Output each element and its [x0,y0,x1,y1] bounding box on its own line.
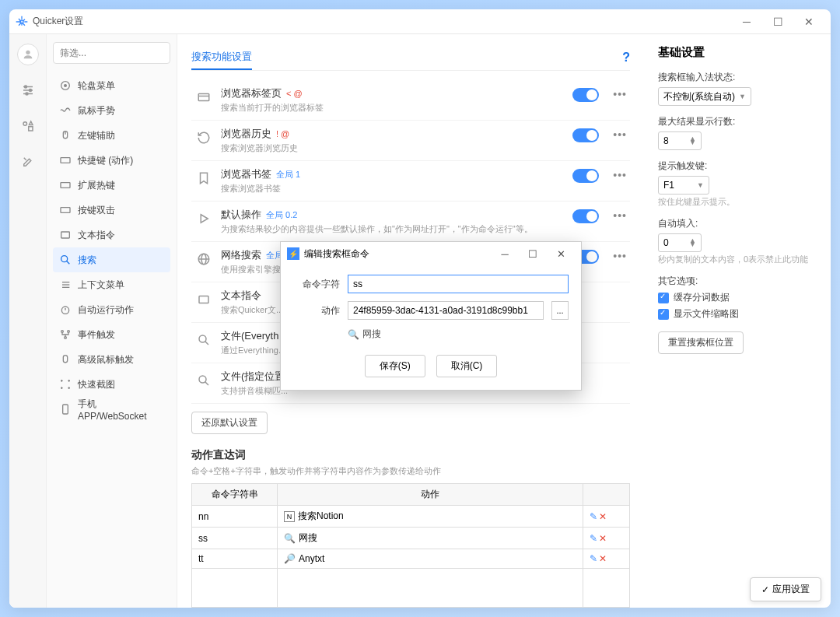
action-name-display: 🔍 网搜 [348,328,569,341]
toggle-default-action[interactable] [572,209,599,223]
delete-icon[interactable]: ✕ [599,553,607,564]
feature-default-action: 默认操作 全局 0.2 为搜索结果较少的内容提供一些默认操作，如"作为网址打开"… [191,202,630,242]
cancel-button[interactable]: 取消(C) [436,355,498,377]
nav-event-trigger[interactable]: 事件触发 [53,322,170,347]
more-icon[interactable]: ••• [613,209,627,222]
rail-avatar[interactable] [17,44,39,65]
restore-defaults-button[interactable]: 还原默认设置 [191,412,268,434]
nav-screenshot[interactable]: 快速截图 [53,372,170,397]
search-icon: 🔍 [348,329,359,340]
svg-rect-18 [61,232,70,238]
svg-rect-30 [63,405,68,414]
nav-hotkey-action[interactable]: 快捷键 (动作) [53,148,170,173]
keyboard-icon [59,179,72,191]
svg-marker-33 [201,215,208,223]
dialog-body: 命令字符 动作 ... 🔍 网搜 保存(S) 取消(C) [281,265,581,390]
checkbox-thumbnails[interactable]: 显示文件缩略图 [658,307,817,321]
delete-icon[interactable]: ✕ [599,533,607,544]
max-rows-input[interactable]: 8▲▼ [658,131,702,150]
clock-icon [59,303,72,316]
close-button[interactable]: ✕ [793,11,824,33]
nav-ext-hotkey[interactable]: 扩展热键 [53,173,170,198]
more-icon[interactable]: ••• [613,88,627,100]
help-icon[interactable]: ? [622,51,630,65]
rail-shapes-icon[interactable] [17,115,39,137]
toggle-browser-history[interactable] [572,128,599,142]
svg-point-27 [68,331,70,333]
search-icon [194,331,213,349]
ad-icon [194,290,213,309]
feature-browser-tabs: 浏览器标签页 < @ 搜索当前打开的浏览器标签 ••• [191,80,630,121]
toggle-bookmarks[interactable] [572,169,599,183]
more-icon[interactable]: ••• [613,169,627,181]
nav-auto-run[interactable]: 自动运行动作 [53,297,170,322]
nav-adv-mouse[interactable]: 高级鼠标触发 [53,347,170,372]
table-row[interactable]: nn N搜索Notion ✎✕ [192,506,630,528]
edit-icon[interactable]: ✎ [590,533,597,544]
nav-mouse-gesture[interactable]: 鼠标手势 [53,98,170,123]
svg-point-7 [26,93,28,95]
svg-marker-10 [29,121,33,125]
nav-text-cmd[interactable]: 文本指令 [53,223,170,247]
toggle-browser-tabs[interactable] [572,88,599,102]
autofill-input[interactable]: 0▲▼ [658,233,702,252]
checkbox-cache-words[interactable]: 缓存分词数据 [658,291,817,304]
tab-search-settings[interactable]: 搜索功能设置 [191,45,252,70]
nav-context-menu[interactable]: 上下文菜单 [53,272,170,297]
delete-icon[interactable]: ✕ [599,511,607,522]
action-id-input[interactable] [348,301,544,320]
svg-line-41 [205,382,209,386]
dialog-app-icon: ⚡ [287,247,299,260]
svg-rect-31 [198,94,209,101]
ime-select[interactable]: 不控制(系统自动)▼ [658,87,751,106]
svg-rect-29 [63,356,67,363]
dialog-titlebar: ⚡ 编辑搜索框命令 ─ ☐ ✕ [281,242,581,265]
edit-icon[interactable]: ✎ [590,553,597,564]
nav-double-key[interactable]: 按键双击 [53,198,170,223]
window-title: Quicker设置 [33,15,731,28]
rail-tools-icon[interactable] [17,151,39,173]
target-icon [59,79,72,92]
ime-label: 搜索框输入法状态: [658,71,817,84]
play-icon [194,209,213,228]
dialog-minimize-button[interactable]: ─ [491,244,519,264]
ad-icon [59,229,72,241]
dialog-maximize-button[interactable]: ☐ [519,244,547,264]
wave-icon [59,104,72,117]
maximize-button[interactable]: ☐ [762,11,793,33]
table-row[interactable]: ss 🔍网搜 ✎✕ [192,528,630,549]
tab-icon [194,88,213,107]
table-row[interactable]: tt 🔎Anytxt ✎✕ [192,549,630,569]
svg-point-24 [61,307,68,314]
rail-sliders-icon[interactable] [17,79,39,101]
nav-left-click[interactable]: 左键辅助 [53,123,170,148]
nav-search[interactable]: 搜索 [53,247,170,272]
history-icon [194,128,213,147]
apply-settings-button[interactable]: ✓ 应用设置 [750,577,821,601]
notion-icon: N [284,511,295,522]
max-rows-label: 最大结果显示行数: [658,115,817,128]
keyboard-icon [59,204,72,216]
basic-settings-panel: 基础设置 搜索框输入法状态: 不控制(系统自动)▼ 最大结果显示行数: 8▲▼ … [644,34,831,608]
reset-search-pos-button[interactable]: 重置搜索框位置 [658,331,744,354]
browse-action-button[interactable]: ... [551,301,569,320]
more-icon[interactable]: ••• [613,250,627,262]
cmd-char-label: 命令字符 [293,278,340,291]
feature-browser-history: 浏览器历史 ! @ 搜索浏览器浏览历史 ••• [191,121,630,161]
search-icon [59,254,72,266]
edit-icon[interactable]: ✎ [590,511,597,522]
cmd-char-input[interactable] [348,275,569,293]
svg-rect-16 [61,183,70,188]
commands-table: 命令字符串 动作 nn N搜索Notion ✎✕ ss [191,483,630,608]
svg-point-6 [29,89,31,92]
save-button[interactable]: 保存(S) [365,355,425,377]
hint-key-select[interactable]: F1▼ [658,176,709,195]
nav-wheel-menu[interactable]: 轮盘菜单 [53,73,170,98]
minimize-button[interactable]: ─ [731,11,762,33]
dialog-close-button[interactable]: ✕ [547,244,575,264]
more-icon[interactable]: ••• [613,128,627,141]
filter-input[interactable] [53,42,170,64]
search-icon: 🔍 [284,533,296,544]
nav-phone-ws[interactable]: 手机APP/WebSocket [53,397,170,422]
dialog-title-text: 编辑搜索框命令 [304,247,369,261]
